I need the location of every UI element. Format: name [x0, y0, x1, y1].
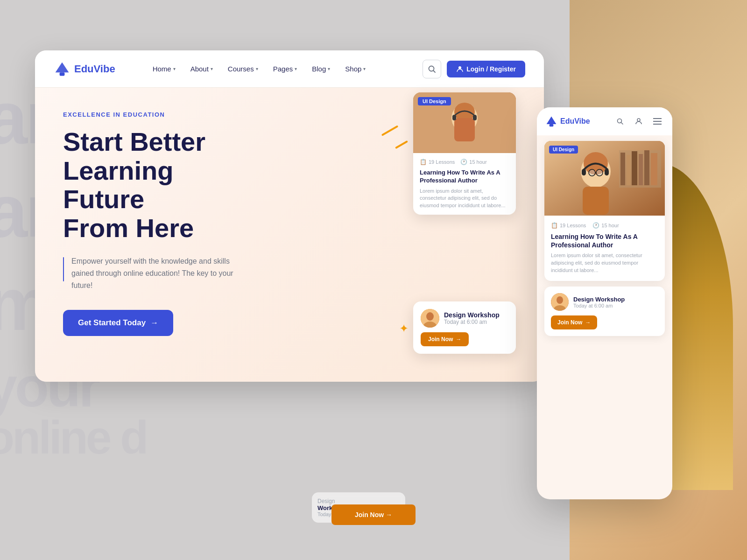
workshop-time: Today at 6:00 am [444, 319, 500, 325]
nav-item-courses[interactable]: Courses ▾ [228, 65, 258, 73]
desktop-navbar: EduVibe Home ▾ About ▾ Courses ▾ Pages ▾… [35, 50, 544, 88]
svg-rect-9 [452, 115, 456, 120]
workshop-title: Design Workshop [444, 311, 500, 319]
search-button[interactable] [423, 60, 441, 78]
course-title: Learning How To Write As A Professional … [420, 169, 509, 185]
mobile-logo[interactable]: EduVibe [545, 115, 608, 127]
mobile-course-description: Lorem ipsum dolor sit amet, consectetur … [551, 252, 658, 274]
mobile-lessons-meta: 📋 19 Lessons [551, 222, 586, 229]
svg-line-17 [621, 123, 623, 124]
search-icon [428, 65, 436, 73]
svg-rect-34 [605, 169, 609, 175]
course-card-image: UI Design [413, 92, 516, 153]
mobile-menu-button[interactable] [651, 115, 664, 128]
chevron-down-icon: ▾ [363, 66, 366, 71]
mobile-workshop-info: Design Workshop Today at 6:00 am [573, 296, 625, 308]
nav-item-pages[interactable]: Pages ▾ [273, 65, 297, 73]
desktop-nav-actions: Login / Register [423, 60, 525, 78]
hero-title: Start Better Learning Future From Here [63, 127, 250, 242]
mobile-time-meta: 🕐 15 hour [592, 222, 619, 229]
svg-point-36 [596, 169, 603, 176]
svg-point-12 [426, 312, 434, 321]
lessons-icon: 📋 [420, 159, 427, 165]
workshop-header: Design Workshop Today at 6:00 am [421, 309, 508, 328]
decorative-dash-1 [381, 125, 399, 136]
svg-rect-8 [454, 118, 475, 141]
svg-rect-28 [639, 154, 643, 185]
mobile-avatar-image [551, 293, 569, 311]
avatar-image [421, 309, 439, 328]
desktop-logo[interactable]: EduVibe [54, 61, 115, 77]
mobile-course-title: Learning How To Write As A Professional … [551, 232, 658, 249]
svg-marker-14 [547, 117, 557, 124]
avatar [421, 309, 439, 328]
course-meta: 📋 19 Lessons 🕐 15 hour [420, 159, 509, 165]
hero-divider [63, 257, 64, 281]
chevron-down-icon: ▾ [256, 66, 258, 71]
mobile-course-card: UI Design 📋 19 Lessons 🕐 15 hour Learnin… [544, 141, 665, 281]
course-badge: UI Design [418, 97, 451, 105]
mobile-navbar: EduVibe [537, 107, 672, 135]
svg-rect-26 [627, 155, 630, 185]
login-register-button[interactable]: Login / Register [447, 61, 525, 77]
chevron-down-icon: ▾ [173, 66, 176, 71]
svg-rect-1 [60, 72, 65, 76]
search-icon [616, 118, 624, 125]
join-now-button[interactable]: Join Now → [421, 332, 469, 346]
svg-point-4 [458, 66, 461, 69]
svg-marker-0 [56, 62, 69, 72]
mobile-logo-icon [545, 115, 557, 127]
decorative-dash-2 [395, 140, 408, 149]
mobile-logo-text: EduVibe [560, 117, 590, 126]
mobile-mockup: EduVibe [537, 107, 672, 499]
hero-subtitle-wrap: Empower yourself with the knowledge and … [63, 255, 250, 291]
mobile-course-meta: 📋 19 Lessons 🕐 15 hour [551, 222, 658, 229]
course-card-body: 📋 19 Lessons 🕐 15 hour Learning How To W… [413, 153, 516, 215]
svg-point-18 [637, 119, 640, 121]
get-started-button[interactable]: Get Started Today → [63, 310, 173, 336]
decorative-plus: ✦ [399, 322, 409, 335]
svg-point-40 [557, 296, 563, 304]
logo-icon [54, 61, 70, 77]
hero-eyebrow: EXCELLENCE IN EDUCATION [63, 111, 250, 118]
user-icon [635, 118, 642, 125]
nav-item-blog[interactable]: Blog ▾ [312, 65, 330, 73]
chevron-down-icon: ▾ [211, 66, 213, 71]
course-description: Lorem ipsum dolor sit amet, consectetur … [420, 188, 509, 209]
mobile-course-body: 📋 19 Lessons 🕐 15 hour Learning How To W… [544, 216, 665, 281]
time-icon: 🕐 [460, 159, 467, 165]
mobile-nav-icons [613, 115, 664, 128]
svg-point-16 [618, 119, 622, 123]
nav-item-shop[interactable]: Shop ▾ [345, 65, 366, 73]
hero-subtitle: Empower yourself with the knowledge and … [71, 255, 250, 291]
nav-item-home[interactable]: Home ▾ [153, 65, 176, 73]
mobile-course-image: UI Design [544, 141, 665, 216]
desktop-nav-links: Home ▾ About ▾ Courses ▾ Pages ▾ Blog ▾ … [153, 65, 423, 73]
svg-rect-38 [583, 187, 609, 215]
mobile-search-button[interactable] [613, 115, 627, 128]
chevron-down-icon: ▾ [295, 66, 297, 71]
time-meta: 🕐 15 hour [460, 159, 486, 165]
mobile-course-badge: UI Design [549, 146, 578, 154]
lessons-icon: 📋 [551, 222, 558, 229]
hamburger-icon [653, 118, 662, 125]
mobile-user-button[interactable] [632, 115, 645, 128]
svg-rect-27 [632, 151, 637, 185]
desktop-mockup: EduVibe Home ▾ About ▾ Courses ▾ Pages ▾… [35, 50, 544, 382]
chevron-down-icon: ▾ [328, 66, 330, 71]
mobile-workshop-header: Design Workshop Today at 6:00 am [551, 293, 658, 311]
svg-rect-30 [651, 153, 657, 185]
logo-text: EduVibe [74, 63, 115, 75]
mobile-avatar [551, 293, 569, 311]
mobile-workshop-card: Design Workshop Today at 6:00 am Join No… [544, 287, 665, 336]
desktop-workshop-card: Design Workshop Today at 6:00 am Join No… [413, 301, 516, 354]
user-icon [456, 65, 464, 73]
svg-line-3 [434, 70, 436, 72]
svg-point-35 [589, 169, 595, 176]
background-join-button-partial: Join Now → [331, 504, 416, 525]
mobile-join-now-button[interactable]: Join Now → [551, 315, 597, 329]
nav-item-about[interactable]: About ▾ [190, 65, 213, 73]
mobile-workshop-time: Today at 6:00 am [573, 303, 625, 308]
svg-rect-29 [644, 150, 649, 185]
mobile-workshop-title: Design Workshop [573, 296, 625, 303]
